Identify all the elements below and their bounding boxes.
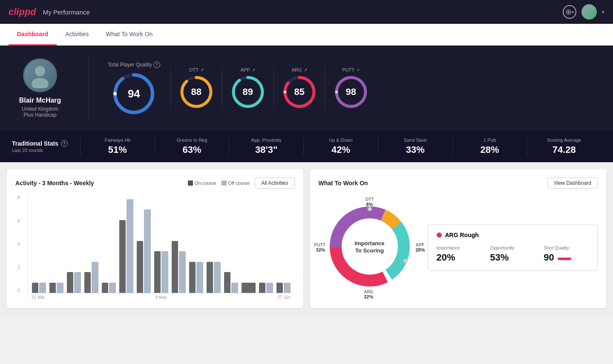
info-card-dot [437, 232, 442, 238]
bar-on-course [259, 283, 265, 293]
traditional-stats: Traditional Stats ? Last 20 rounds Fairw… [0, 131, 613, 162]
bar-group [84, 262, 98, 293]
quality-label: Total Player Quality ? [108, 61, 160, 68]
avatar-chevron-icon: ▾ [602, 9, 604, 15]
bar-off-course [109, 283, 115, 293]
stat-sandsave-value: 33% [383, 144, 447, 155]
app-segment-label: APP 28% [415, 243, 425, 252]
chart-header: Activity - 3 Months - Weekly On course O… [15, 178, 295, 189]
bar-group [276, 283, 291, 293]
chart-wrapper: 86420 21 Mar 9 May 27 Jun [15, 195, 295, 300]
bar-off-course [214, 262, 220, 293]
legend-on-course: On course [188, 181, 216, 186]
legend-off-course-dot [222, 181, 227, 186]
bar-group [224, 272, 238, 293]
app-label: APP ↗ [241, 67, 255, 72]
chart-legend: On course Off course [188, 181, 250, 186]
metric-shot-quality-row: 90 [544, 252, 589, 263]
stats-panel: Blair McHarg United Kingdom Plus Handica… [0, 46, 613, 131]
metric-opportunity-label: Opportunity [490, 245, 535, 250]
bar-group [67, 272, 81, 293]
bar-on-course [242, 283, 256, 293]
bar-off-course [39, 283, 46, 293]
stat-proximity-label: App. Proximity [234, 138, 298, 143]
bar-on-course [276, 283, 283, 293]
bar-group [207, 262, 221, 293]
wtwo-content: ImportanceTo Scoring OTT 8% APP 28% ARG … [319, 195, 598, 299]
arg-segment-label: ARG 32% [364, 289, 373, 299]
bar-group [154, 251, 168, 293]
stat-scoring-value: 74.28 [532, 144, 596, 155]
app-circle: 89 [231, 75, 265, 109]
bar-on-course [67, 272, 73, 293]
metric-opportunity: Opportunity 53% [490, 245, 535, 263]
svg-point-20 [403, 259, 408, 263]
bar-off-course [57, 283, 63, 293]
bar-off-course [127, 199, 133, 293]
bar-on-course [102, 283, 108, 293]
player-handicap: Plus Handicap [23, 112, 56, 118]
stat-oneputt-label: 1 Putt [458, 138, 522, 143]
trad-help-icon[interactable]: ? [61, 140, 68, 147]
total-quality-value: 94 [128, 87, 140, 100]
stat-fairways: Fairways Hit 51% [80, 138, 155, 155]
trad-stats-subtitle: Last 20 rounds [12, 148, 80, 153]
player-name: Blair McHarg [19, 97, 61, 104]
activity-chart-panel: Activity - 3 Months - Weekly On course O… [7, 169, 303, 308]
all-activities-button[interactable]: All Activities [255, 178, 294, 189]
stat-oneputt: 1 Putt 28% [452, 138, 527, 155]
stat-greens-value: 63% [160, 144, 224, 155]
chart-area: 86420 [27, 195, 295, 293]
metric-opportunity-value: 53% [490, 252, 535, 263]
wtwo-header: What To Work On View Dashboard [319, 178, 598, 189]
bar-off-course [196, 262, 203, 293]
app-value: 89 [242, 86, 253, 97]
bar-off-course [231, 283, 238, 293]
ott-arrow-icon: ↗ [200, 68, 204, 72]
stat-fairways-label: Fairways Hit [86, 138, 150, 143]
putt-score: PUTT ↗ 98 [325, 67, 377, 109]
stat-greens: Greens In Reg 63% [155, 138, 229, 155]
tab-activities[interactable]: Activities [57, 24, 97, 46]
metric-shot-quality-bar [558, 258, 571, 260]
plus-icon: ⊕ [565, 7, 572, 17]
stat-fairways-value: 51% [86, 144, 150, 155]
avatar-image [581, 4, 597, 20]
bar-off-course [161, 251, 168, 293]
bar-group [242, 283, 256, 293]
bar-off-course [179, 251, 185, 293]
bar-on-course [207, 262, 213, 293]
svg-point-19 [368, 207, 372, 211]
svg-point-0 [35, 66, 45, 76]
app-header: clippd My Performance ⊕ ▾ ▾ [0, 0, 613, 24]
help-icon[interactable]: ? [153, 61, 160, 68]
divider-vertical [89, 56, 89, 120]
chart-controls: On course Off course All Activities [188, 178, 295, 189]
tab-dashboard[interactable]: Dashboard [9, 24, 57, 46]
bar-group [259, 283, 273, 293]
metric-importance: Importance 20% [437, 245, 482, 263]
stat-updown: Up & Down 42% [303, 138, 378, 155]
bar-on-course [32, 283, 38, 293]
avatar[interactable] [581, 4, 597, 20]
what-to-work-on-panel: What To Work On View Dashboard [310, 169, 607, 308]
metric-shot-quality-value: 90 [544, 252, 554, 263]
player-avatar [23, 58, 57, 92]
stat-proximity-value: 38'3" [234, 144, 298, 155]
quality-scores: Total Player Quality ? 94 OTT ↗ [98, 61, 601, 115]
chart-title: Activity - 3 Months - Weekly [15, 180, 94, 186]
stat-proximity: App. Proximity 38'3" [229, 138, 303, 155]
tab-what-to-work-on[interactable]: What To Work On [97, 24, 161, 46]
bar-group [172, 241, 186, 293]
arg-value: 85 [294, 86, 304, 97]
bar-on-course [154, 251, 161, 293]
putt-arrow-icon: ↗ [356, 68, 360, 72]
bottom-panels: Activity - 3 Months - Weekly On course O… [0, 162, 613, 315]
info-card-metrics: Importance 20% Opportunity 53% Shot Qual… [437, 245, 589, 263]
chevron-down-icon: ▾ [572, 10, 574, 14]
add-button[interactable]: ⊕ ▾ [563, 5, 576, 19]
app-arrow-icon: ↗ [252, 68, 255, 72]
bar-group [102, 283, 116, 293]
view-dashboard-button[interactable]: View Dashboard [547, 178, 598, 189]
stat-updown-value: 42% [309, 144, 373, 155]
